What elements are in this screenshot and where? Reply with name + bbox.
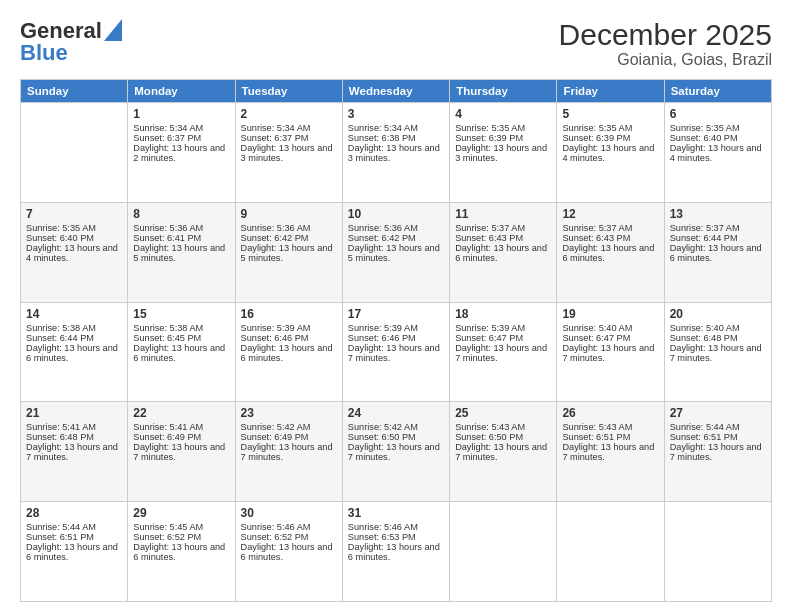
sunrise-text: Sunrise: 5:44 AM bbox=[670, 422, 766, 432]
sunrise-text: Sunrise: 5:46 AM bbox=[348, 522, 444, 532]
calendar-table: Sunday Monday Tuesday Wednesday Thursday… bbox=[20, 79, 772, 602]
day-number: 2 bbox=[241, 107, 337, 121]
sunset-text: Sunset: 6:44 PM bbox=[26, 333, 122, 343]
day-number: 4 bbox=[455, 107, 551, 121]
logo-triangle-icon bbox=[104, 19, 122, 41]
sunrise-text: Sunrise: 5:43 AM bbox=[562, 422, 658, 432]
daylight-text: Daylight: 13 hours and 7 minutes. bbox=[348, 343, 444, 363]
sunset-text: Sunset: 6:47 PM bbox=[562, 333, 658, 343]
table-row: 12Sunrise: 5:37 AMSunset: 6:43 PMDayligh… bbox=[557, 202, 664, 302]
sunset-text: Sunset: 6:47 PM bbox=[455, 333, 551, 343]
table-row: 20Sunrise: 5:40 AMSunset: 6:48 PMDayligh… bbox=[664, 302, 771, 402]
sunset-text: Sunset: 6:43 PM bbox=[455, 233, 551, 243]
header-sunday: Sunday bbox=[21, 80, 128, 103]
logo: General Blue bbox=[20, 18, 122, 64]
calendar-header-row: Sunday Monday Tuesday Wednesday Thursday… bbox=[21, 80, 772, 103]
sunset-text: Sunset: 6:42 PM bbox=[348, 233, 444, 243]
sunset-text: Sunset: 6:49 PM bbox=[133, 432, 229, 442]
table-row: 23Sunrise: 5:42 AMSunset: 6:49 PMDayligh… bbox=[235, 402, 342, 502]
sunrise-text: Sunrise: 5:36 AM bbox=[133, 223, 229, 233]
day-number: 31 bbox=[348, 506, 444, 520]
sunset-text: Sunset: 6:52 PM bbox=[133, 532, 229, 542]
table-row: 22Sunrise: 5:41 AMSunset: 6:49 PMDayligh… bbox=[128, 402, 235, 502]
daylight-text: Daylight: 13 hours and 5 minutes. bbox=[241, 243, 337, 263]
sunset-text: Sunset: 6:40 PM bbox=[670, 133, 766, 143]
calendar-week-row: 7Sunrise: 5:35 AMSunset: 6:40 PMDaylight… bbox=[21, 202, 772, 302]
day-number: 19 bbox=[562, 307, 658, 321]
table-row: 2Sunrise: 5:34 AMSunset: 6:37 PMDaylight… bbox=[235, 103, 342, 203]
sunrise-text: Sunrise: 5:39 AM bbox=[455, 323, 551, 333]
sunrise-text: Sunrise: 5:38 AM bbox=[26, 323, 122, 333]
daylight-text: Daylight: 13 hours and 5 minutes. bbox=[133, 243, 229, 263]
daylight-text: Daylight: 13 hours and 7 minutes. bbox=[670, 343, 766, 363]
daylight-text: Daylight: 13 hours and 7 minutes. bbox=[26, 442, 122, 462]
daylight-text: Daylight: 13 hours and 3 minutes. bbox=[348, 143, 444, 163]
sunset-text: Sunset: 6:50 PM bbox=[455, 432, 551, 442]
calendar-week-row: 1Sunrise: 5:34 AMSunset: 6:37 PMDaylight… bbox=[21, 103, 772, 203]
sunrise-text: Sunrise: 5:37 AM bbox=[455, 223, 551, 233]
sunrise-text: Sunrise: 5:44 AM bbox=[26, 522, 122, 532]
daylight-text: Daylight: 13 hours and 7 minutes. bbox=[562, 442, 658, 462]
table-row: 5Sunrise: 5:35 AMSunset: 6:39 PMDaylight… bbox=[557, 103, 664, 203]
daylight-text: Daylight: 13 hours and 6 minutes. bbox=[348, 542, 444, 562]
day-number: 15 bbox=[133, 307, 229, 321]
daylight-text: Daylight: 13 hours and 7 minutes. bbox=[562, 343, 658, 363]
sunset-text: Sunset: 6:50 PM bbox=[348, 432, 444, 442]
table-row bbox=[450, 502, 557, 602]
table-row bbox=[557, 502, 664, 602]
table-row: 7Sunrise: 5:35 AMSunset: 6:40 PMDaylight… bbox=[21, 202, 128, 302]
sunrise-text: Sunrise: 5:40 AM bbox=[562, 323, 658, 333]
sunset-text: Sunset: 6:39 PM bbox=[562, 133, 658, 143]
table-row: 10Sunrise: 5:36 AMSunset: 6:42 PMDayligh… bbox=[342, 202, 449, 302]
day-number: 16 bbox=[241, 307, 337, 321]
table-row: 3Sunrise: 5:34 AMSunset: 6:38 PMDaylight… bbox=[342, 103, 449, 203]
main-title: December 2025 bbox=[559, 18, 772, 51]
table-row: 31Sunrise: 5:46 AMSunset: 6:53 PMDayligh… bbox=[342, 502, 449, 602]
daylight-text: Daylight: 13 hours and 6 minutes. bbox=[241, 542, 337, 562]
table-row: 26Sunrise: 5:43 AMSunset: 6:51 PMDayligh… bbox=[557, 402, 664, 502]
day-number: 24 bbox=[348, 406, 444, 420]
sunrise-text: Sunrise: 5:37 AM bbox=[562, 223, 658, 233]
daylight-text: Daylight: 13 hours and 7 minutes. bbox=[241, 442, 337, 462]
svg-marker-0 bbox=[104, 19, 122, 41]
table-row: 29Sunrise: 5:45 AMSunset: 6:52 PMDayligh… bbox=[128, 502, 235, 602]
table-row: 17Sunrise: 5:39 AMSunset: 6:46 PMDayligh… bbox=[342, 302, 449, 402]
sunrise-text: Sunrise: 5:39 AM bbox=[348, 323, 444, 333]
daylight-text: Daylight: 13 hours and 6 minutes. bbox=[133, 343, 229, 363]
sunset-text: Sunset: 6:44 PM bbox=[670, 233, 766, 243]
sunset-text: Sunset: 6:39 PM bbox=[455, 133, 551, 143]
table-row: 25Sunrise: 5:43 AMSunset: 6:50 PMDayligh… bbox=[450, 402, 557, 502]
daylight-text: Daylight: 13 hours and 4 minutes. bbox=[562, 143, 658, 163]
table-row: 30Sunrise: 5:46 AMSunset: 6:52 PMDayligh… bbox=[235, 502, 342, 602]
day-number: 30 bbox=[241, 506, 337, 520]
sunrise-text: Sunrise: 5:35 AM bbox=[26, 223, 122, 233]
sunrise-text: Sunrise: 5:34 AM bbox=[241, 123, 337, 133]
daylight-text: Daylight: 13 hours and 7 minutes. bbox=[455, 343, 551, 363]
sunrise-text: Sunrise: 5:35 AM bbox=[455, 123, 551, 133]
sunset-text: Sunset: 6:37 PM bbox=[241, 133, 337, 143]
day-number: 12 bbox=[562, 207, 658, 221]
table-row: 8Sunrise: 5:36 AMSunset: 6:41 PMDaylight… bbox=[128, 202, 235, 302]
sunset-text: Sunset: 6:51 PM bbox=[562, 432, 658, 442]
header: General Blue December 2025 Goiania, Goia… bbox=[20, 18, 772, 69]
day-number: 8 bbox=[133, 207, 229, 221]
header-thursday: Thursday bbox=[450, 80, 557, 103]
sunset-text: Sunset: 6:51 PM bbox=[26, 532, 122, 542]
daylight-text: Daylight: 13 hours and 6 minutes. bbox=[26, 542, 122, 562]
day-number: 14 bbox=[26, 307, 122, 321]
day-number: 20 bbox=[670, 307, 766, 321]
table-row: 15Sunrise: 5:38 AMSunset: 6:45 PMDayligh… bbox=[128, 302, 235, 402]
table-row: 27Sunrise: 5:44 AMSunset: 6:51 PMDayligh… bbox=[664, 402, 771, 502]
daylight-text: Daylight: 13 hours and 3 minutes. bbox=[241, 143, 337, 163]
calendar-week-row: 21Sunrise: 5:41 AMSunset: 6:48 PMDayligh… bbox=[21, 402, 772, 502]
day-number: 1 bbox=[133, 107, 229, 121]
daylight-text: Daylight: 13 hours and 6 minutes. bbox=[26, 343, 122, 363]
sunrise-text: Sunrise: 5:41 AM bbox=[133, 422, 229, 432]
sunrise-text: Sunrise: 5:42 AM bbox=[348, 422, 444, 432]
daylight-text: Daylight: 13 hours and 6 minutes. bbox=[133, 542, 229, 562]
day-number: 22 bbox=[133, 406, 229, 420]
table-row: 4Sunrise: 5:35 AMSunset: 6:39 PMDaylight… bbox=[450, 103, 557, 203]
day-number: 11 bbox=[455, 207, 551, 221]
sunset-text: Sunset: 6:53 PM bbox=[348, 532, 444, 542]
day-number: 28 bbox=[26, 506, 122, 520]
